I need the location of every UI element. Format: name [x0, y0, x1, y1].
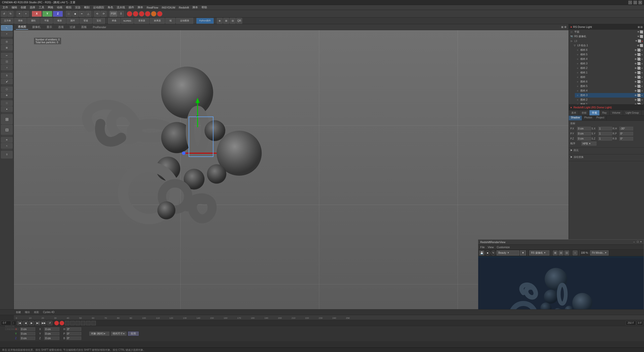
z-axis-button[interactable]: Z: [53, 11, 63, 17]
tab-general[interactable]: 常规: [589, 110, 600, 115]
scene-item-tuyang1[interactable]: ○ 图样.1 👁✕: [575, 102, 644, 104]
object-mode[interactable]: □: [66, 11, 72, 17]
spline-tool-btn[interactable]: ≋: [1, 137, 13, 143]
rv-minimize[interactable]: －: [633, 240, 635, 244]
tab-light-group[interactable]: Light Group: [623, 110, 641, 115]
pz-input[interactable]: [577, 137, 591, 141]
subtab-project[interactable]: Project: [594, 116, 607, 120]
menu-insydium[interactable]: INSYDIUM: [160, 6, 177, 10]
rv-options-dropdown[interactable]: ▼: [520, 250, 526, 255]
size-x-input[interactable]: [44, 327, 59, 331]
menu-realflow[interactable]: RealFlow: [145, 6, 160, 10]
tab-ray[interactable]: Ray: [600, 110, 610, 115]
render-btn4[interactable]: [145, 11, 150, 17]
viewport-settings-btn[interactable]: ⚙: [564, 26, 567, 28]
scene-item-camera[interactable]: 📷 RS 摄像机 👁: [569, 34, 644, 39]
texture-tool[interactable]: □: [1, 100, 13, 106]
minimize-button[interactable]: －: [628, 1, 632, 4]
menu-plugins[interactable]: 插件: [127, 5, 136, 10]
size-y-input[interactable]: [44, 332, 59, 335]
tab-panel[interactable]: 面板: [79, 25, 89, 29]
bottom-tab-cycles[interactable]: Cycles 4D: [41, 310, 57, 314]
move-tool-btn[interactable]: +: [1, 31, 13, 37]
frame-opt3[interactable]: [75, 321, 80, 325]
tab-camera[interactable]: 摄像机: [30, 25, 43, 29]
effector-tool[interactable]: 效果器: [150, 18, 165, 24]
torus-tool[interactable]: 圆环: [66, 18, 79, 24]
point-mode[interactable]: ◆: [72, 11, 78, 17]
snap-tool[interactable]: ⊕: [217, 18, 223, 24]
scene-item-moduo3[interactable]: ○ 模样.3 👁✕: [575, 61, 644, 66]
tab-prorender[interactable]: ProRender: [91, 25, 108, 29]
close-button[interactable]: ×: [638, 1, 642, 4]
edge-mode[interactable]: ━: [79, 11, 85, 17]
render-btn5[interactable]: [151, 11, 156, 17]
scene-item-moduo0[interactable]: ○ 模样 👁✕: [575, 75, 644, 79]
px-input[interactable]: [577, 127, 591, 130]
loop-btn[interactable]: ↺: [47, 321, 52, 325]
order-dropdown[interactable]: HPB ▼: [581, 142, 596, 146]
menu-help[interactable]: 帮助: [200, 5, 209, 10]
bottom-tab-create[interactable]: 创建: [14, 310, 23, 315]
record-btn[interactable]: [54, 321, 59, 325]
coord-space-dropdown[interactable]: 绝对尺寸 ▼: [111, 332, 127, 336]
viewport-expand-btn[interactable]: ⊞: [561, 26, 563, 28]
rv-circle[interactable]: ○: [573, 250, 578, 255]
tab-basic[interactable]: 基本: [569, 110, 579, 115]
rb-input[interactable]: [619, 137, 633, 141]
knife-tool[interactable]: ✂: [1, 53, 13, 58]
menu-pipeline[interactable]: 流水线: [115, 5, 127, 10]
scene-item-plane[interactable]: □ 平面 👁: [569, 30, 644, 34]
scene-item-tuyang2[interactable]: ○ 图样.2 👁✕: [575, 98, 644, 102]
bottom-tab-subdivide[interactable]: 细分: [23, 310, 32, 315]
rv-stop-btn[interactable]: ■: [485, 250, 490, 255]
go-end-btn[interactable]: ▶▶: [41, 321, 46, 325]
tab-volume[interactable]: Volume: [610, 110, 623, 115]
paint-tool[interactable]: 🖌: [1, 79, 13, 84]
end-frame-input[interactable]: 250 F: [626, 321, 636, 325]
rv-menu-view[interactable]: View: [488, 246, 494, 249]
large-tool2[interactable]: ⊟: [1, 125, 13, 135]
window-controls[interactable]: － □ ×: [628, 1, 642, 4]
rv-save-btn[interactable]: 💾: [479, 250, 484, 255]
rv-fit-dropdown[interactable]: Fit Windo... ▼: [590, 250, 609, 255]
maximize-button[interactable]: □: [633, 1, 637, 4]
tube-tool[interactable]: 管道: [79, 18, 92, 24]
polygon-mode[interactable]: △: [85, 11, 91, 17]
rv-menu-file[interactable]: File: [480, 246, 485, 249]
scene-item-tuyang6[interactable]: ○ 图样.6 👁✕: [575, 79, 644, 84]
bridge-tool[interactable]: ⌗: [1, 65, 13, 70]
frame-opt5[interactable]: [86, 321, 91, 325]
menu-create[interactable]: 创建: [19, 5, 28, 10]
size-z-input[interactable]: [44, 336, 59, 340]
bevel-tool[interactable]: ⬡: [1, 86, 13, 92]
qr-tool[interactable]: QR: [236, 18, 242, 24]
gem-tool[interactable]: 宝石: [93, 18, 105, 24]
play-btn[interactable]: ▶: [29, 321, 34, 325]
rv-close[interactable]: ×: [640, 240, 642, 244]
cylinder-tool[interactable]: 圆柱: [27, 18, 40, 24]
sphere-tool[interactable]: 球体: [14, 18, 27, 24]
extrude-tool[interactable]: ⟦⟧: [1, 59, 13, 64]
sx-input[interactable]: [598, 127, 612, 130]
plane-tool[interactable]: 平面: [40, 18, 53, 24]
small-tool1[interactable]: ≈: [1, 143, 13, 149]
x-axis-button[interactable]: X: [32, 11, 42, 17]
next-frame-btn[interactable]: ▶|: [35, 321, 40, 325]
render-btn6[interactable]: [157, 11, 163, 17]
menu-select[interactable]: 选择: [28, 5, 37, 10]
rv-camera-label[interactable]: RS 摄像机 ▼: [529, 250, 549, 255]
rv-layout3[interactable]: ⊡: [564, 250, 569, 255]
domain-tool[interactable]: 域: [165, 18, 175, 24]
tab-display[interactable]: 显示: [45, 25, 54, 29]
menu-sculpt[interactable]: 雕刻: [83, 5, 91, 10]
quat-title[interactable]: ▶ 四元: [570, 149, 642, 152]
go-start-btn[interactable]: |◀: [17, 321, 22, 325]
rv-camera-dropdown[interactable]: Beauty ▼: [497, 250, 519, 255]
sz-input[interactable]: [598, 137, 612, 141]
prev-frame-btn[interactable]: ◀: [23, 321, 28, 325]
apply-button[interactable]: 应用: [128, 332, 139, 336]
scene-item-moduo1[interactable]: ○ 模样.1 👁✕: [575, 70, 644, 75]
grid-tool[interactable]: ⊟: [230, 18, 236, 24]
render-dots[interactable]: ⠿: [1, 151, 13, 158]
